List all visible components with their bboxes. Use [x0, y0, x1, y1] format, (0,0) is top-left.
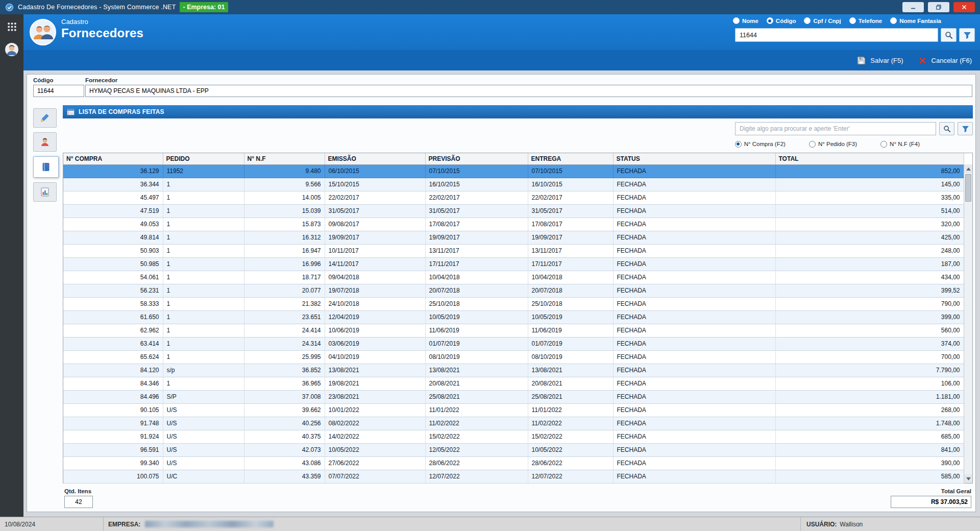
header-search-mode-option-2[interactable]: Cpf / Cnpj	[804, 17, 841, 24]
header-search-mode-radio[interactable]	[767, 17, 773, 24]
table-row[interactable]: 47.519115.03931/05/201731/05/201731/05/2…	[63, 204, 964, 218]
save-button[interactable]: Salvar (F5)	[856, 56, 903, 65]
table-row[interactable]: 49.814116.31219/09/201719/09/201719/09/2…	[63, 231, 964, 244]
tab-purchases[interactable]	[33, 156, 59, 178]
close-button[interactable]	[953, 2, 975, 12]
table-cell: 20.077	[244, 284, 325, 297]
table-cell: 11952	[163, 164, 244, 178]
table-cell: FECHADA	[613, 191, 775, 204]
purchase-filter-mode-option-0[interactable]: N° Compra (F2)	[735, 141, 786, 148]
purchase-filter-mode-option-2[interactable]: N° N.F (F4)	[880, 141, 920, 148]
scroll-down-button[interactable]	[964, 474, 972, 483]
purchases-search-button[interactable]	[939, 122, 954, 135]
scrollbar-track[interactable]	[964, 173, 972, 474]
app-icon-glyph	[5, 3, 14, 12]
maximize-button[interactable]	[928, 2, 949, 12]
app-icon	[5, 3, 14, 12]
table-row[interactable]: 49.053115.87309/08/201717/08/201717/08/2…	[63, 218, 964, 231]
table-cell: 62.962	[63, 324, 163, 337]
scroll-up-button[interactable]	[964, 164, 972, 173]
table-cell: 22/02/2017	[425, 191, 528, 204]
table-row[interactable]: 56.231120.07719/07/201820/07/201820/07/2…	[63, 284, 964, 297]
table-cell: FECHADA	[613, 403, 775, 417]
column-header[interactable]: N° N.F	[244, 153, 325, 164]
table-cell: 01/07/2019	[528, 337, 613, 350]
table-row[interactable]: 84.496S/P37.00823/08/202125/08/202125/08…	[63, 390, 964, 403]
column-header[interactable]: N° COMPRA	[63, 153, 163, 164]
table-cell: 10/05/2022	[528, 443, 613, 456]
supplier-search-input[interactable]	[735, 28, 938, 42]
header-search-mode-option-0[interactable]: Nome	[733, 17, 758, 24]
table-row[interactable]: 63.414124.31403/06/201901/07/201901/07/2…	[63, 337, 964, 350]
purchases-section-title: LISTA DE COMPRAS FEITAS	[79, 108, 164, 115]
header-search-mode-radio[interactable]	[733, 17, 740, 24]
fornecedor-input[interactable]	[85, 85, 972, 97]
table-row[interactable]: 50.903116.94710/11/201713/11/201713/11/2…	[63, 244, 964, 257]
table-row[interactable]: 84.120s/p36.85213/08/202113/08/202113/08…	[63, 364, 964, 377]
column-header[interactable]: EMISSÃO	[325, 153, 425, 164]
purchases-search-input[interactable]	[735, 122, 936, 135]
header-search-mode-radio[interactable]	[890, 17, 897, 24]
header-search-mode-label: Cpf / Cnpj	[813, 18, 841, 24]
table-cell: 790,00	[775, 297, 964, 310]
table-row[interactable]: 45.497114.00522/02/201722/02/201722/02/2…	[63, 191, 964, 204]
cancel-x-icon	[918, 56, 927, 65]
qtd-itens-input[interactable]	[64, 496, 93, 508]
column-header[interactable]: STATUS	[613, 153, 775, 164]
header-search-mode-radio[interactable]	[804, 17, 811, 24]
table-row[interactable]: 91.924U/S40.37514/02/202215/02/202215/02…	[63, 430, 964, 443]
table-row[interactable]: 99.340U/S43.08627/06/202228/06/202228/06…	[63, 456, 964, 470]
table-cell: 20/08/2021	[425, 377, 528, 390]
table-cell: 320,00	[775, 218, 964, 231]
table-row[interactable]: 36.34419.56615/10/201516/10/201516/10/20…	[63, 178, 964, 191]
table-row[interactable]: 91.748U/S40.25608/02/202211/02/202211/02…	[63, 417, 964, 430]
table-cell: 7.790,00	[775, 364, 964, 377]
purchase-filter-mode-option-1[interactable]: N° Pedido (F3)	[809, 141, 857, 148]
table-row[interactable]: 100.075U/C43.35907/07/202212/07/202212/0…	[63, 470, 964, 483]
minimize-icon	[910, 4, 916, 10]
cancel-button[interactable]: Cancelar (F6)	[918, 56, 972, 65]
table-cell: U/C	[163, 470, 244, 483]
header-search-mode-option-4[interactable]: Nome Fantasia	[890, 17, 941, 24]
column-header[interactable]: PEDIDO	[163, 153, 244, 164]
table-row[interactable]: 61.650123.65112/04/201910/05/201910/05/2…	[63, 310, 964, 324]
purchase-filter-mode-radio[interactable]	[735, 141, 742, 148]
table-row[interactable]: 36.129119529.48006/10/201507/10/201507/1…	[63, 164, 964, 178]
purchases-filter-button[interactable]	[958, 122, 973, 135]
table-cell: 56.231	[63, 284, 163, 297]
left-sidebar	[0, 14, 23, 517]
header-search-mode-option-1[interactable]: Código	[767, 17, 796, 24]
tab-reports[interactable]	[33, 182, 57, 202]
table-cell: 10/04/2018	[528, 271, 613, 284]
table-cell: 1	[163, 377, 244, 390]
column-header[interactable]: PREVISÃO	[425, 153, 528, 164]
grid-scrollbar[interactable]	[964, 164, 972, 483]
table-row[interactable]: 90.105U/S39.66210/01/202211/01/202211/01…	[63, 403, 964, 417]
table-row[interactable]: 96.591U/S42.07310/05/202212/05/202210/05…	[63, 443, 964, 456]
table-row[interactable]: 50.985116.99614/11/201717/11/201717/11/2…	[63, 257, 964, 271]
tab-edit[interactable]	[33, 108, 57, 128]
table-row[interactable]: 62.962124.41410/06/201911/06/201911/06/2…	[63, 324, 964, 337]
table-cell: 61.650	[63, 310, 163, 324]
tab-contact[interactable]	[33, 132, 57, 152]
table-cell: 841,00	[775, 443, 964, 456]
table-row[interactable]: 54.061118.71709/04/201810/04/201810/04/2…	[63, 271, 964, 284]
minimize-button[interactable]	[902, 2, 924, 12]
sidebar-user-avatar[interactable]	[5, 42, 19, 57]
header-search-mode-option-3[interactable]: Telefone	[849, 17, 882, 24]
table-row[interactable]: 58.333121.38224/10/201825/10/201825/10/2…	[63, 297, 964, 310]
column-header[interactable]: ENTREGA	[528, 153, 613, 164]
header-search-mode-radio[interactable]	[849, 17, 856, 24]
table-row[interactable]: 65.624125.99504/10/201908/10/201908/10/2…	[63, 350, 964, 364]
header-filter-button[interactable]	[959, 28, 975, 42]
apps-grid-button[interactable]	[3, 19, 21, 34]
purchase-filter-mode-radio[interactable]	[809, 141, 816, 148]
table-cell: FECHADA	[613, 456, 775, 470]
header-search-button[interactable]	[941, 28, 957, 42]
total-geral-input[interactable]	[891, 496, 971, 508]
table-row[interactable]: 84.346136.96519/08/202120/08/202120/08/2…	[63, 377, 964, 390]
column-header[interactable]: TOTAL	[775, 153, 964, 164]
scrollbar-thumb[interactable]	[965, 174, 971, 202]
purchase-filter-mode-radio[interactable]	[880, 141, 887, 148]
codigo-input[interactable]	[33, 85, 84, 97]
